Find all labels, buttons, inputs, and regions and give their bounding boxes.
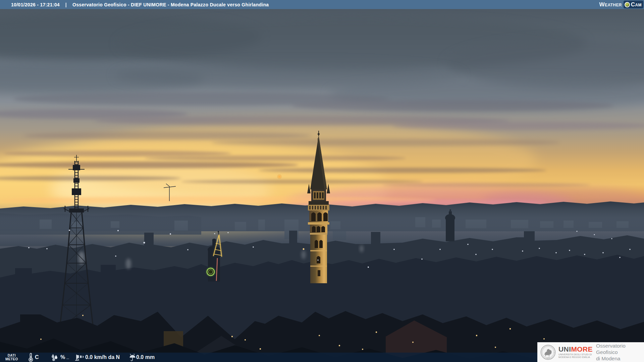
observatory-name-line1: Osservatorio Geofisico: [596, 343, 644, 355]
weathercam-dot-icon: [625, 2, 630, 7]
humidity-placeholder: –: [66, 354, 69, 362]
umbrella-icon: [129, 353, 136, 362]
observatory-name-line2: di Modena: [596, 355, 644, 362]
rain-value: 0.0 mm: [136, 353, 155, 362]
weathercam-cam-word: Cam: [631, 1, 642, 8]
overlay-topbar: 10/01/2026 - 17:21:04 | Osservatorio Geo…: [0, 0, 644, 9]
brand-subtitle-line1: UNIVERSITÀ DEGLI STUDI DI: [558, 353, 593, 356]
camera-title: Osservatorio Geofisico - DIEF UNIMORE - …: [72, 2, 269, 7]
windsock-icon: [74, 353, 85, 362]
unimore-crest-icon: 1175: [540, 344, 556, 360]
observatory-name: Osservatorio Geofisico di Modena: [596, 343, 644, 362]
brand-more: MORE: [571, 345, 593, 353]
weathercam-word: Weather: [599, 1, 622, 8]
green-clock: [206, 267, 216, 277]
unimore-wordmark: UNIMORE UNIVERSITÀ DEGLI STUDI DI MODENA…: [558, 346, 593, 359]
meteo-label-line1: DATI: [8, 354, 16, 357]
unimore-brand-box: 1175 UNIMORE UNIVERSITÀ DEGLI STUDI DI M…: [537, 342, 644, 362]
separator: |: [65, 2, 67, 7]
crane-beacon-light: [277, 174, 282, 179]
meteo-label-line2: METEO: [5, 357, 18, 361]
brand-subtitle-line2: MODENA E REGGIO EMILIA: [558, 356, 593, 359]
svg-text:1175: 1175: [546, 357, 550, 359]
meteo-label: DATI METEO: [5, 353, 18, 362]
drops-icon: [50, 353, 59, 362]
thermometer-icon: [28, 353, 33, 362]
webcam-frame: 10/01/2026 - 17:21:04 | Osservatorio Geo…: [0, 0, 644, 362]
temperature-unit: C: [35, 353, 39, 362]
wind-value: 0.0 km/h da N: [85, 353, 120, 362]
timestamp: 10/01/2026 - 17:21:04: [11, 2, 60, 7]
webcam-scene: [0, 0, 644, 362]
humidity-unit: %: [60, 353, 65, 362]
weathercam-logo: Weather Cam: [599, 0, 643, 9]
brand-uni: UNI: [558, 345, 571, 353]
weathercam-badge: Cam: [624, 1, 643, 8]
